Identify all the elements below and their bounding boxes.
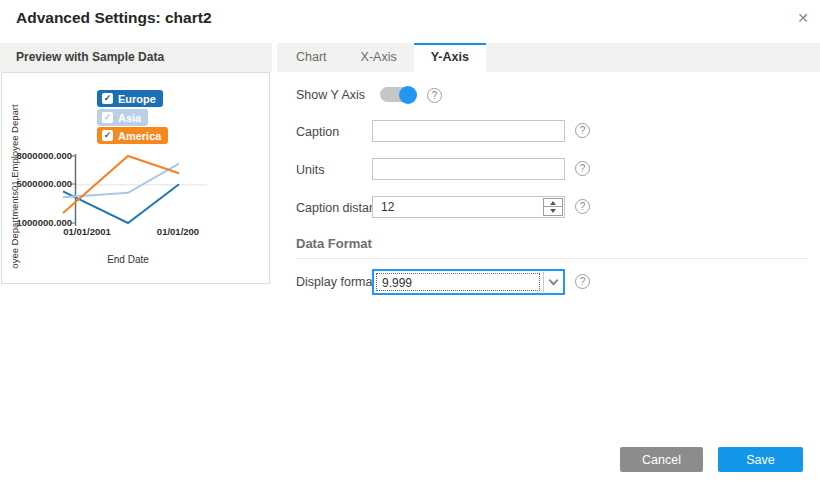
tab-chart[interactable]: Chart: [279, 43, 344, 72]
caption-input[interactable]: [372, 120, 565, 142]
checkbox-icon[interactable]: ✓: [102, 130, 113, 141]
caption-distance-input[interactable]: [372, 196, 565, 218]
tab-x-axis[interactable]: X-Axis: [344, 43, 414, 72]
legend-label: America: [118, 130, 161, 142]
legend-label: Europe: [118, 93, 156, 105]
caption-label: Caption: [296, 125, 339, 139]
help-icon[interactable]: ?: [575, 161, 590, 176]
data-format-section-heading: Data Format: [296, 236, 372, 251]
caption-distance-stepper: [543, 198, 563, 216]
stepper-up-icon[interactable]: [544, 199, 562, 207]
help-icon[interactable]: ?: [427, 88, 442, 103]
cancel-button[interactable]: Cancel: [620, 447, 703, 472]
display-format-value[interactable]: 9.999: [376, 273, 540, 291]
y-axis-title: oyee Departments01,Employee Depart: [9, 92, 24, 282]
close-icon[interactable]: ✕: [797, 9, 809, 27]
stepper-down-icon[interactable]: [544, 207, 562, 215]
checkbox-icon[interactable]: ✓: [102, 112, 113, 123]
chevron-down-icon[interactable]: [543, 272, 562, 292]
preview-header-label: Preview with Sample Data: [16, 43, 164, 72]
help-icon[interactable]: ?: [575, 274, 590, 289]
help-icon[interactable]: ?: [575, 123, 590, 138]
settings-tab-bar: Chart X-Axis Y-Axis: [277, 43, 820, 72]
help-icon[interactable]: ?: [575, 199, 590, 214]
dialog-title: Advanced Settings: chart2: [16, 9, 212, 27]
toggle-knob: [399, 86, 417, 104]
section-divider: [296, 258, 808, 259]
show-y-axis-label: Show Y Axis: [296, 88, 365, 102]
legend-label: Asia: [118, 112, 141, 124]
chart-preview: 8000000.000 5000000.000 1000000.000 oyee…: [1, 72, 270, 284]
legend-pill-america[interactable]: ✓ America: [97, 127, 168, 144]
checkbox-icon[interactable]: ✓: [102, 93, 113, 104]
preview-header-band: Preview with Sample Data: [0, 43, 272, 72]
save-button[interactable]: Save: [718, 447, 803, 472]
tab-y-axis[interactable]: Y-Axis: [414, 43, 486, 72]
units-input[interactable]: [372, 158, 565, 180]
units-label: Units: [296, 163, 324, 177]
display-format-label: Display format: [296, 275, 376, 289]
legend-pill-asia[interactable]: ✓ Asia: [97, 109, 148, 126]
advanced-settings-dialog: Advanced Settings: chart2 ✕ Preview with…: [0, 0, 820, 488]
x-tick-label: 01/01/200: [133, 226, 223, 237]
display-format-combobox[interactable]: 9.999: [372, 269, 565, 295]
legend-pill-europe[interactable]: ✓ Europe: [97, 90, 163, 107]
x-tick-label: 01/01/2001: [42, 226, 132, 237]
x-axis-title: End Date: [78, 254, 178, 265]
show-y-axis-toggle[interactable]: [380, 87, 416, 102]
